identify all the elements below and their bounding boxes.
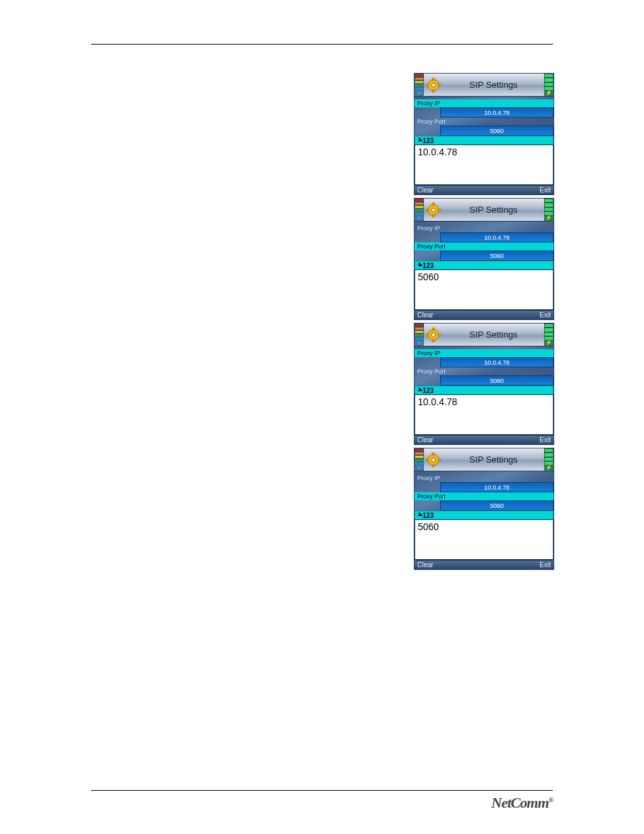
softkey-bar: Clear Exit xyxy=(414,185,554,194)
svg-point-19 xyxy=(431,458,435,462)
proxy-port-field[interactable]: Proxy Port 5060 xyxy=(414,118,554,136)
screen-3: Ψ SIP Settings ⚡ Proxy IP 10.0.4.78 Prox… xyxy=(414,323,554,445)
input-field[interactable]: 5060 xyxy=(414,519,554,560)
signal-icon: Ψ xyxy=(414,74,424,96)
proxy-port-field[interactable]: Proxy Port 5060 xyxy=(414,242,554,261)
svg-rect-2 xyxy=(433,78,435,80)
screen-body: Proxy IP 10.0.4.78 Proxy Port 5060 xyxy=(414,471,554,511)
gear-icon xyxy=(424,448,443,471)
softkey-clear[interactable]: Clear xyxy=(417,436,433,444)
svg-rect-17 xyxy=(438,334,441,336)
input-field[interactable]: 10.0.4.78 xyxy=(414,145,554,185)
proxy-port-field[interactable]: Proxy Port 5060 xyxy=(414,492,554,511)
battery-icon: ⚡ xyxy=(544,74,554,96)
proxy-ip-field[interactable]: Proxy IP 10.0.4.78 xyxy=(414,99,554,118)
proxy-ip-label: Proxy IP xyxy=(414,350,440,357)
proxy-port-label: Proxy Port xyxy=(414,493,446,500)
battery-icon: ⚡ xyxy=(544,199,554,221)
softkey-clear[interactable]: Clear xyxy=(417,561,433,569)
screen-stack: Ψ SIP Settings ⚡ Proxy IP 10.0.4.78 Prox… xyxy=(414,73,554,573)
proxy-ip-label: Proxy IP xyxy=(414,225,440,232)
proxy-ip-label: Proxy IP xyxy=(414,475,440,481)
svg-rect-9 xyxy=(433,215,435,217)
svg-rect-4 xyxy=(426,84,429,86)
softkey-clear[interactable]: Clear xyxy=(417,186,433,194)
svg-point-1 xyxy=(431,83,435,87)
softkey-bar: Clear Exit xyxy=(414,560,554,569)
gear-icon xyxy=(424,199,443,221)
proxy-ip-value: 10.0.4.78 xyxy=(440,357,554,367)
screen-body: Proxy IP 10.0.4.78 Proxy Port 5060 xyxy=(414,346,554,386)
screen-2: Ψ SIP Settings ⚡ Proxy IP 10.0.4.78 Prox… xyxy=(414,198,554,320)
softkey-bar: Clear Exit xyxy=(414,310,554,319)
svg-rect-10 xyxy=(426,209,429,211)
svg-rect-14 xyxy=(433,328,435,330)
softkey-bar: Clear Exit xyxy=(414,435,554,444)
proxy-ip-field[interactable]: Proxy IP 10.0.4.78 xyxy=(414,349,554,367)
proxy-port-label: Proxy Port xyxy=(414,368,446,375)
battery-icon: ⚡ xyxy=(544,448,554,471)
proxy-ip-value: 10.0.4.78 xyxy=(440,107,554,118)
softkey-exit[interactable]: Exit xyxy=(539,311,551,319)
input-mode-indicator: 123 xyxy=(414,261,554,269)
gear-icon xyxy=(424,74,443,96)
proxy-ip-field[interactable]: Proxy IP 10.0.4.78 xyxy=(414,224,554,242)
svg-point-13 xyxy=(431,333,435,337)
svg-rect-22 xyxy=(426,459,429,461)
signal-icon: Ψ xyxy=(414,323,424,346)
proxy-port-label: Proxy Port xyxy=(414,243,446,250)
screen-title: SIP Settings xyxy=(443,199,544,221)
brand-logo-mark: ® xyxy=(549,796,553,804)
screen-body: Proxy IP 10.0.4.78 Proxy Port 5060 xyxy=(414,97,554,136)
softkey-exit[interactable]: Exit xyxy=(539,186,551,194)
svg-rect-15 xyxy=(433,340,435,342)
svg-rect-16 xyxy=(426,334,429,336)
proxy-ip-label: Proxy IP xyxy=(414,100,440,107)
screen-title: SIP Settings xyxy=(443,323,544,346)
signal-icon: Ψ xyxy=(414,199,424,221)
svg-point-7 xyxy=(431,208,435,212)
screen-title: SIP Settings xyxy=(443,448,544,471)
top-rule xyxy=(91,44,553,45)
input-field[interactable]: 10.0.4.78 xyxy=(414,394,554,435)
input-mode-indicator: 123 xyxy=(414,511,554,519)
softkey-exit[interactable]: Exit xyxy=(539,436,551,444)
input-field[interactable]: 5060 xyxy=(414,269,554,310)
proxy-port-label: Proxy Port xyxy=(414,118,446,125)
svg-rect-3 xyxy=(433,90,435,93)
softkey-clear[interactable]: Clear xyxy=(417,311,433,319)
svg-rect-11 xyxy=(438,209,441,211)
signal-icon: Ψ xyxy=(414,448,424,471)
bottom-rule xyxy=(91,790,553,791)
screen-header: Ψ SIP Settings ⚡ xyxy=(414,199,554,221)
brand-logo-text: NetComm xyxy=(491,794,549,811)
softkey-exit[interactable]: Exit xyxy=(539,561,551,569)
svg-rect-8 xyxy=(433,203,435,205)
proxy-port-value: 5060 xyxy=(440,375,554,386)
input-mode-indicator: 123 xyxy=(414,136,554,145)
proxy-port-field[interactable]: Proxy Port 5060 xyxy=(414,367,554,386)
screen-header: Ψ SIP Settings ⚡ xyxy=(414,323,554,346)
svg-rect-5 xyxy=(438,84,441,86)
svg-rect-21 xyxy=(433,465,435,467)
proxy-ip-field[interactable]: Proxy IP 10.0.4.78 xyxy=(414,474,554,492)
proxy-ip-value: 10.0.4.78 xyxy=(440,232,554,242)
proxy-port-value: 5060 xyxy=(440,126,554,136)
proxy-ip-value: 10.0.4.78 xyxy=(440,482,554,492)
screen-body: Proxy IP 10.0.4.78 Proxy Port 5060 xyxy=(414,221,554,261)
screen-header: Ψ SIP Settings ⚡ xyxy=(414,74,554,97)
screen-4: Ψ SIP Settings ⚡ Proxy IP 10.0.4.78 Prox… xyxy=(414,448,554,570)
svg-rect-23 xyxy=(438,459,441,461)
brand-logo: NetComm® xyxy=(491,794,553,812)
screen-title: SIP Settings xyxy=(443,74,544,96)
battery-icon: ⚡ xyxy=(544,323,554,346)
proxy-port-value: 5060 xyxy=(440,251,554,261)
screen-1: Ψ SIP Settings ⚡ Proxy IP 10.0.4.78 Prox… xyxy=(414,73,554,195)
gear-icon xyxy=(424,323,443,346)
svg-rect-20 xyxy=(433,452,435,455)
screen-header: Ψ SIP Settings ⚡ xyxy=(414,448,554,471)
input-mode-indicator: 123 xyxy=(414,386,554,394)
proxy-port-value: 5060 xyxy=(440,500,554,511)
